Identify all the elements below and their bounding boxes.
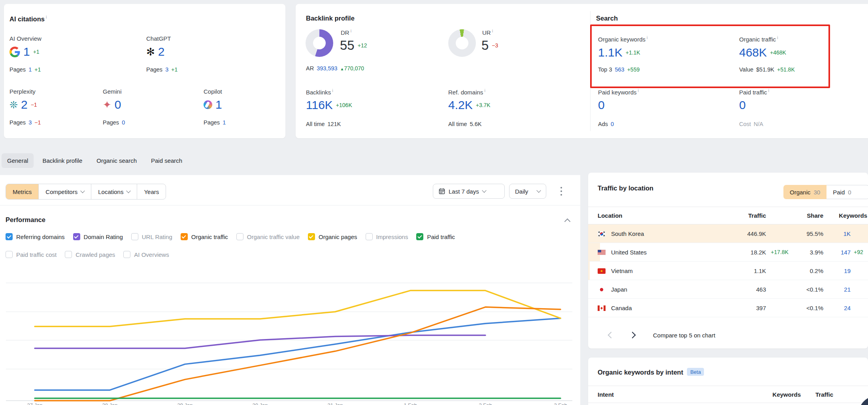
granularity-button[interactable]: Daily [509, 184, 546, 199]
years-filter-button[interactable]: Years [137, 184, 166, 199]
backlinks-value[interactable]: 116K [306, 99, 333, 111]
metric-checkbox-impressions[interactable]: Impressions [366, 233, 408, 240]
col-location[interactable]: Location [598, 207, 623, 224]
tab-backlink-profile[interactable]: Backlink profile [37, 153, 88, 168]
locations-filter-button[interactable]: Locations [91, 184, 137, 199]
checkbox-icon[interactable] [123, 251, 130, 258]
ur-delta: −3 [492, 42, 498, 49]
paid-keywords-value[interactable]: 0 [598, 99, 605, 111]
keywords-delta: +92 [854, 243, 863, 262]
chatgpt-value[interactable]: 2 [158, 46, 165, 58]
metric-checkbox-paid-traffic-cost[interactable]: Paid traffic cost [6, 251, 57, 258]
metric-checkbox-url-rating[interactable]: URL Rating [131, 233, 172, 240]
dr-value: 55 [340, 39, 355, 52]
chevron-down-icon [536, 188, 541, 192]
col-intent: Intent [598, 386, 614, 403]
metric-checkbox-referring-domains[interactable]: Referring domains [6, 233, 65, 240]
copilot-pages: Pages1 [204, 119, 226, 126]
checkbox-icon[interactable] [366, 233, 373, 240]
checkbox-icon[interactable] [131, 233, 138, 240]
location-row-japan[interactable]: Japan 463 <0.1% 21 [588, 280, 868, 299]
keywords-link[interactable]: 147 [841, 243, 851, 262]
compare-top5-link[interactable]: Compare top 5 on chart [653, 332, 715, 339]
metrics-filter-button[interactable]: Metrics [6, 184, 39, 199]
chatgpt-icon: ✻ [146, 47, 155, 57]
location-row-united-states[interactable]: United States 18.2K +17.8K 3.9% 147 +92 [588, 243, 868, 262]
ur-donut-gauge [448, 29, 476, 57]
col-keywords[interactable]: Keywords [839, 207, 867, 224]
checkbox-icon[interactable] [73, 233, 80, 240]
location-row-vietnam[interactable]: Vietnam 1.1K 0.2% 19 [588, 262, 868, 280]
date-range-button[interactable]: Last 7 days [433, 184, 505, 199]
metric-checkbox-organic-traffic[interactable]: Organic traffic [181, 233, 228, 240]
traffic-value: 18.2K [751, 243, 766, 262]
traffic-value: 446.9K [747, 224, 766, 243]
competitors-filter-button[interactable]: Competitors [39, 184, 91, 199]
tab-general[interactable]: General [2, 153, 34, 168]
checkbox-icon[interactable] [181, 233, 188, 240]
keywords-link[interactable]: 19 [844, 262, 851, 280]
perplexity-label: Perplexity [9, 88, 36, 95]
metric-checkbox-row-1: Referring domainsDomain RatingURL Rating… [6, 233, 455, 240]
traffic-value: 397 [756, 299, 766, 317]
metric-checkbox-crawled-pages[interactable]: Crawled pages [65, 251, 115, 258]
country-name: Canada [611, 299, 632, 317]
beta-badge: Beta [687, 368, 704, 376]
checkbox-icon[interactable] [416, 233, 423, 240]
chevron-down-icon [81, 188, 85, 193]
gemini-icon: ✦ [103, 100, 111, 110]
organic-toggle-button[interactable]: Organic30 [783, 185, 826, 199]
copilot-value[interactable]: 1 [215, 99, 222, 111]
keywords-link[interactable]: 21 [844, 280, 851, 299]
metric-checkbox-organic-traffic-value[interactable]: Organic traffic value [236, 233, 300, 240]
page-next-icon[interactable] [629, 332, 636, 339]
info-icon[interactable]: i [46, 15, 47, 19]
perplexity-icon: ❊ [9, 100, 18, 110]
more-options-button[interactable] [558, 187, 564, 196]
metric-checkbox-ai-overviews[interactable]: AI Overviews [123, 251, 169, 258]
ref-domains-value[interactable]: 4.2K [448, 99, 473, 111]
metric-checkbox-organic-pages[interactable]: Organic pages [308, 233, 357, 240]
ai-overview-pages: Pages1+1 [9, 66, 41, 73]
paid-traffic-value[interactable]: 0 [739, 99, 746, 111]
chevron-down-icon [126, 188, 131, 193]
tab-organic-search[interactable]: Organic search [91, 153, 142, 168]
flag-ca-icon [598, 305, 606, 311]
perplexity-value[interactable]: 2 [21, 99, 28, 111]
col-share[interactable]: Share [807, 207, 823, 224]
location-table-header: Location Traffic Share Keywords [588, 207, 868, 224]
keywords-link[interactable]: 1K [843, 224, 851, 243]
ar-value[interactable]: 393,593 [317, 65, 337, 72]
dr-donut-gauge [306, 29, 333, 57]
location-row-south-korea[interactable]: South Korea 446.9K 95.5% 1K [588, 224, 868, 243]
backlink-profile-title: Backlink profile [306, 15, 355, 22]
metric-checkbox-domain-rating[interactable]: Domain Rating [73, 233, 123, 240]
ai-overview-value[interactable]: 1 [23, 46, 30, 58]
checkbox-icon[interactable] [65, 251, 72, 258]
ur-value: 5 [481, 39, 489, 52]
ai-overview-label: AI Overview [9, 35, 42, 42]
col-traffic[interactable]: Traffic [748, 207, 766, 224]
ar-row: AR 393,593 ▲770,070 [306, 65, 364, 72]
traffic-value: 463 [756, 280, 766, 299]
checkbox-icon[interactable] [6, 233, 13, 240]
copilot-label: Copilot [204, 88, 222, 95]
page-prev-icon[interactable] [608, 332, 615, 339]
paid-toggle-button[interactable]: Paid0 [826, 185, 868, 199]
flag-us-icon [598, 250, 606, 255]
performance-chart[interactable]: 27 Jan28 Jan29 Jan30 Jan31 Jan1 Feb2 Feb… [0, 261, 577, 405]
checkbox-icon[interactable] [236, 233, 243, 240]
checkbox-icon[interactable] [308, 233, 315, 240]
chatgpt-pages: Pages3+1 [146, 66, 177, 73]
ar-delta: ▲770,070 [340, 65, 364, 72]
checkbox-icon[interactable] [6, 251, 13, 258]
chart-line-domain-rating [35, 335, 485, 348]
backlink-search-card: Backlink profile DRi 55 +12 AR 393,593 ▲… [296, 4, 868, 138]
metric-checkbox-paid-traffic[interactable]: Paid traffic [416, 233, 455, 240]
location-row-canada[interactable]: Canada 397 <0.1% 24 [588, 299, 868, 317]
gemini-value[interactable]: 0 [115, 99, 121, 111]
keywords-link[interactable]: 24 [844, 299, 851, 317]
tab-paid-search[interactable]: Paid search [145, 153, 188, 168]
collapse-chevron-icon[interactable] [564, 219, 571, 225]
location-pagination: Compare top 5 on chart [588, 329, 868, 341]
